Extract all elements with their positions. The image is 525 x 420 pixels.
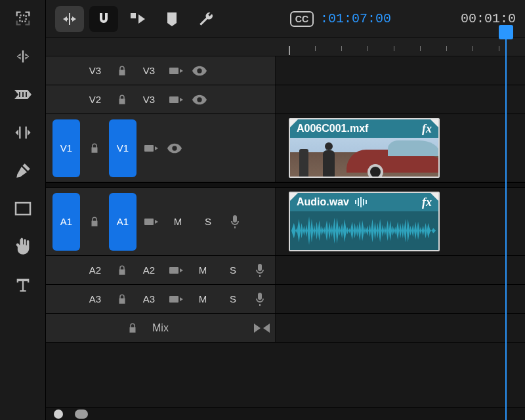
ruler-ticks: [46, 46, 525, 56]
track-body-v3[interactable]: [276, 56, 525, 85]
mic-icon[interactable]: [251, 261, 269, 280]
clip-thumbnail: [290, 138, 438, 177]
sync-lock-icon[interactable]: [142, 139, 160, 158]
snap-toggle-icon[interactable]: [89, 6, 118, 32]
master-output-icon[interactable]: [253, 319, 271, 337]
clip-name: Audio.wav: [297, 196, 349, 208]
track-body-a2[interactable]: [276, 256, 525, 284]
lock-icon[interactable]: [113, 62, 131, 80]
source-patch-v1[interactable]: V1: [52, 119, 80, 177]
mic-icon[interactable]: [226, 213, 244, 231]
scroll-handle-left-icon[interactable]: [54, 410, 63, 419]
sync-lock-icon[interactable]: [142, 213, 160, 231]
track-target-a2[interactable]: A2: [136, 260, 161, 281]
lock-icon[interactable]: [85, 139, 104, 158]
svg-rect-11: [144, 145, 154, 152]
scroll-thumb[interactable]: [75, 410, 88, 419]
svg-rect-6: [69, 13, 70, 25]
svg-rect-0: [20, 15, 26, 21]
track-target-v1[interactable]: V1: [109, 119, 136, 177]
track-a3: A3 A3 M S: [46, 285, 525, 314]
hand-tool-icon[interactable]: [11, 235, 35, 259]
track-target-v2[interactable]: V3: [136, 89, 161, 110]
source-patch-a3[interactable]: A3: [83, 289, 108, 310]
sync-lock-icon[interactable]: [167, 290, 185, 308]
duration-timecode: 00:01:0: [461, 11, 516, 26]
track-v3: V3 V3: [46, 56, 525, 85]
lock-icon[interactable]: [123, 319, 142, 337]
track-body-v1[interactable]: A006C001.mxf fx: [276, 114, 525, 182]
mute-button[interactable]: M: [190, 289, 215, 310]
wrench-settings-icon[interactable]: [192, 6, 220, 32]
type-tool-icon[interactable]: [11, 273, 35, 297]
svg-marker-8: [138, 14, 145, 24]
track-body-v2[interactable]: [276, 85, 525, 114]
sync-lock-icon[interactable]: [167, 62, 185, 80]
mic-icon[interactable]: [251, 290, 269, 308]
mute-button[interactable]: M: [190, 260, 215, 281]
svg-rect-14: [355, 200, 356, 204]
audio-waveform: [290, 211, 438, 250]
rectangle-tool-icon[interactable]: [11, 197, 35, 220]
razor-tool-icon[interactable]: [11, 83, 35, 106]
sync-lock-icon[interactable]: [167, 261, 185, 280]
track-target-a1[interactable]: A1: [109, 193, 136, 251]
ripple-edit-tool-icon[interactable]: [11, 45, 35, 68]
lock-icon[interactable]: [113, 91, 131, 109]
linked-selection-icon[interactable]: [123, 6, 152, 32]
clip-header: Audio.wav fx: [290, 193, 438, 211]
closed-captions-icon[interactable]: CC: [290, 11, 314, 27]
svg-rect-13: [233, 215, 237, 222]
playhead-timecode[interactable]: :01:07:00: [320, 11, 391, 26]
source-patch-a2[interactable]: A2: [83, 260, 108, 281]
svg-marker-7: [131, 13, 136, 18]
svg-rect-10: [169, 96, 178, 103]
track-head-v2: V2 V3: [46, 85, 276, 114]
track-a2: A2 A2 M S: [46, 256, 525, 285]
insert-mode-icon[interactable]: [55, 6, 84, 32]
track-body-a1[interactable]: Audio.wav fx: [276, 188, 525, 255]
mix-label: Mix: [152, 322, 197, 334]
left-toolbar: [0, 0, 46, 420]
eye-icon[interactable]: [190, 62, 209, 80]
sync-lock-icon[interactable]: [167, 91, 185, 109]
source-patch-a1[interactable]: A1: [52, 193, 80, 251]
solo-button[interactable]: S: [220, 289, 245, 310]
track-body-mix[interactable]: [276, 314, 525, 342]
source-patch-v2[interactable]: V2: [83, 89, 108, 110]
horizontal-scrollbar[interactable]: [46, 407, 525, 420]
svg-rect-3: [22, 92, 24, 97]
track-body-a3[interactable]: [276, 285, 525, 313]
pen-tool-icon[interactable]: [11, 159, 35, 182]
source-patch-v3[interactable]: V3: [83, 60, 108, 81]
clip-header: A006C001.mxf fx: [290, 119, 438, 138]
slip-tool-icon[interactable]: [11, 121, 35, 144]
track-head-v3: V3 V3: [46, 56, 276, 85]
track-head-mix: Mix: [46, 314, 276, 342]
track-target-v3[interactable]: V3: [136, 60, 161, 81]
marker-icon[interactable]: [158, 6, 186, 32]
lock-icon[interactable]: [113, 290, 131, 308]
svg-rect-19: [169, 267, 178, 274]
svg-rect-4: [26, 92, 27, 97]
selection-tool-icon[interactable]: [11, 7, 35, 30]
audio-clip[interactable]: Audio.wav fx: [289, 192, 440, 251]
eye-icon[interactable]: [165, 139, 184, 158]
svg-rect-15: [358, 198, 359, 206]
app-root: CC :01:07:00 00:01:0: [0, 0, 525, 420]
time-ruler[interactable]: [46, 38, 525, 56]
svg-rect-2: [19, 92, 20, 97]
svg-rect-18: [366, 200, 367, 204]
eye-icon[interactable]: [190, 91, 209, 109]
track-a1: A1 A1 M S Audio.wav fx: [46, 188, 525, 256]
svg-rect-12: [144, 219, 154, 225]
video-clip[interactable]: A006C001.mxf fx: [289, 118, 440, 178]
solo-button[interactable]: S: [220, 260, 245, 281]
solo-button[interactable]: S: [196, 211, 220, 232]
lock-icon[interactable]: [113, 261, 131, 280]
svg-rect-21: [169, 296, 178, 303]
track-target-a3[interactable]: A3: [136, 289, 161, 310]
mute-button[interactable]: M: [165, 211, 190, 232]
av-divider[interactable]: [46, 182, 525, 188]
lock-icon[interactable]: [85, 213, 104, 231]
